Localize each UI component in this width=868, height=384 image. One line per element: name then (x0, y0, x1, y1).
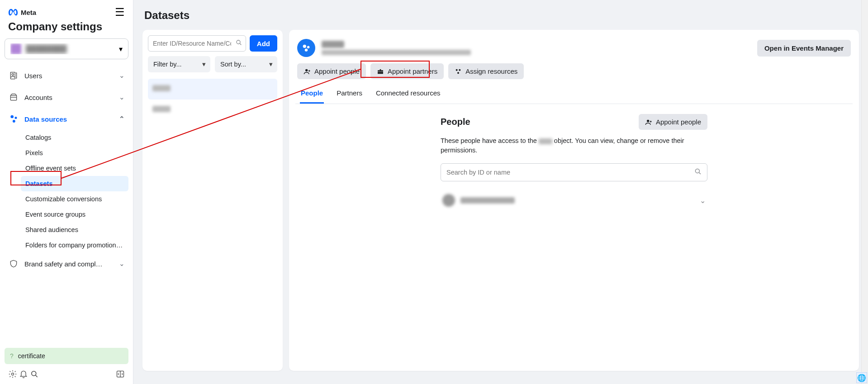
scrollbar[interactable] (861, 0, 868, 384)
svg-point-12 (305, 48, 308, 51)
svg-point-15 (456, 69, 458, 71)
chevron-down-icon: ⌄ (119, 260, 125, 268)
people-section: People Appoint people These people have … (441, 114, 707, 211)
tab-connected-resources[interactable]: Connected resources (375, 85, 441, 104)
appoint-partners-button[interactable]: Appoint partners (370, 63, 444, 79)
search-row: Add (148, 35, 277, 52)
sidebar-footer: ? certificate (0, 343, 133, 384)
data-sources-children: Catalogs Pixels Offline event sets Datas… (21, 130, 128, 253)
main: Datasets Add Filter by... Sort by... (133, 0, 868, 384)
page-title: Company settings (8, 20, 125, 33)
sub-item-shared[interactable]: Shared audiences (21, 222, 128, 237)
dataset-list (148, 79, 277, 120)
people-section-header: People Appoint people (441, 114, 707, 130)
nav-item-brand-safety[interactable]: Brand safety and compl… ⌄ (5, 253, 128, 275)
svg-rect-2 (10, 95, 16, 100)
people-search (441, 163, 707, 181)
sub-item-pixels[interactable]: Pixels (21, 145, 128, 161)
svg-point-16 (459, 69, 461, 71)
chevron-down-icon: ⌄ (119, 71, 125, 80)
tabs: People Partners Connected resources (295, 85, 853, 104)
appoint-people-section-button[interactable]: Appoint people (639, 114, 707, 130)
help-icon: ? (10, 352, 14, 360)
person-plus-icon (304, 68, 311, 75)
data-sources-icon (8, 114, 19, 124)
dataset-list-item[interactable] (148, 79, 277, 100)
hamburger-icon[interactable]: ☰ (115, 7, 125, 18)
bell-icon[interactable] (18, 369, 29, 379)
action-buttons: Appoint people Appoint partners Assign r… (295, 63, 853, 85)
search-box (148, 35, 246, 52)
gear-icon[interactable] (7, 369, 18, 379)
sub-item-custom[interactable]: Customizable conversions (21, 191, 128, 207)
sub-item-event-groups[interactable]: Event source groups (21, 207, 128, 222)
sidebar-header: Meta ☰ Company settings (0, 0, 133, 33)
assign-resources-button[interactable]: Assign resources (448, 63, 524, 79)
dataset-list-item[interactable] (148, 100, 277, 120)
people-section-description: These people have access to the object. … (441, 136, 707, 155)
company-avatar (10, 43, 21, 54)
chevron-down-icon: ⌄ (119, 93, 125, 101)
chevron-down-icon: ▾ (119, 45, 123, 53)
chevron-up-icon: ⌃ (119, 115, 125, 123)
nav-scroll: Users ⌄ Accounts ⌄ Data sources ⌃ Catalo… (0, 65, 133, 343)
certificate-banner[interactable]: ? certificate (5, 348, 128, 364)
appoint-people-button[interactable]: Appoint people (297, 63, 366, 79)
svg-point-5 (13, 120, 15, 123)
resources-icon (455, 68, 462, 75)
brand: Meta (8, 7, 36, 17)
sub-item-folders[interactable]: Folders for company promotional … (21, 237, 128, 253)
svg-point-6 (12, 373, 14, 375)
filter-row: Filter by... Sort by... (148, 56, 277, 72)
svg-point-7 (32, 371, 36, 376)
briefcase-icon (377, 68, 384, 75)
brand-row: Meta ☰ (8, 7, 125, 18)
tab-people[interactable]: People (300, 85, 324, 104)
nav-item-data-sources[interactable]: Data sources ⌃ (5, 108, 128, 130)
person-plus-icon (645, 119, 652, 126)
detail-header: Open in Events Manager (295, 36, 853, 63)
chevron-down-icon: ⌄ (700, 196, 706, 205)
open-events-manager-button[interactable]: Open in Events Manager (757, 40, 851, 57)
sidebar: Meta ☰ Company settings ████████ ▾ Users… (0, 0, 133, 384)
filter-dropdown[interactable]: Filter by... (148, 56, 210, 72)
person-row[interactable]: ⌄ (441, 190, 707, 211)
list-panel: Add Filter by... Sort by... (142, 30, 283, 371)
users-icon (8, 70, 19, 81)
people-search-input[interactable] (441, 163, 707, 181)
svg-rect-14 (378, 70, 383, 74)
footer-icons (5, 369, 128, 379)
blurred-name (539, 138, 552, 144)
meta-logo-icon (8, 7, 18, 17)
search-icon[interactable] (29, 369, 40, 379)
search-input[interactable] (148, 35, 246, 52)
shield-icon (8, 258, 19, 269)
person-name-blurred (460, 197, 515, 204)
nav-item-users[interactable]: Users ⌄ (5, 65, 128, 86)
svg-point-3 (10, 115, 14, 119)
dataset-avatar-icon (297, 39, 315, 57)
panel-toggle-icon[interactable] (115, 369, 126, 379)
globe-icon[interactable]: 🌐 (856, 372, 867, 383)
nav-item-accounts[interactable]: Accounts ⌄ (5, 86, 128, 108)
person-avatar-blurred (442, 194, 455, 207)
svg-point-13 (305, 69, 308, 71)
sort-dropdown[interactable]: Sort by... (215, 56, 277, 72)
sub-item-catalogs[interactable]: Catalogs (21, 130, 128, 145)
main-title: Datasets (142, 9, 859, 22)
tab-partners[interactable]: Partners (336, 85, 363, 104)
svg-point-18 (647, 119, 649, 122)
content-row: Add Filter by... Sort by... (142, 30, 859, 371)
svg-point-11 (307, 46, 310, 48)
dataset-info-blurred (322, 41, 751, 55)
accounts-icon (8, 92, 19, 103)
sub-item-offline[interactable]: Offline event sets (21, 161, 128, 176)
sub-item-datasets[interactable]: Datasets (21, 176, 128, 191)
brand-name: Meta (21, 9, 36, 16)
company-selector[interactable]: ████████ ▾ (5, 38, 128, 59)
svg-point-4 (15, 117, 17, 119)
add-button[interactable]: Add (250, 35, 277, 52)
detail-panel: Open in Events Manager Appoint people Ap… (289, 30, 859, 371)
company-name-blurred: ████████ (26, 45, 67, 53)
svg-point-10 (303, 45, 306, 48)
